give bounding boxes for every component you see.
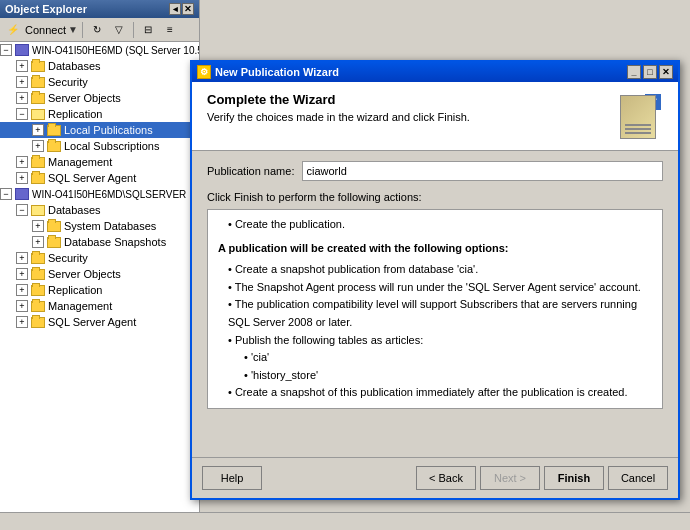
local-publications-label: Local Publications xyxy=(64,124,153,136)
server-label-2: WIN-O41I50HE6MD\SQLSERVER xyxy=(32,189,186,200)
folder-icon xyxy=(30,170,46,186)
expander[interactable]: + xyxy=(16,284,28,296)
sql-agent-node-2[interactable]: + SQL Server Agent xyxy=(0,314,199,330)
actions-list: Create the publication. xyxy=(218,216,652,234)
toolbar-sep xyxy=(82,22,83,38)
statusbar xyxy=(0,512,690,530)
expander[interactable]: + xyxy=(32,220,44,232)
expander[interactable]: + xyxy=(16,172,28,184)
databases-label-2: Databases xyxy=(48,204,101,216)
expander[interactable]: − xyxy=(0,188,12,200)
databases-node[interactable]: + Databases xyxy=(0,58,199,74)
folder-icon xyxy=(30,74,46,90)
expander[interactable]: − xyxy=(16,204,28,216)
folder-icon xyxy=(46,218,62,234)
server-node-2[interactable]: − WIN-O41I50HE6MD\SQLSERVER xyxy=(0,186,199,202)
expander[interactable]: + xyxy=(16,268,28,280)
wizard-header: Complete the Wizard Verify the choices m… xyxy=(192,82,678,151)
collapse-button[interactable]: ⊟ xyxy=(138,21,158,39)
wizard-dialog: ⚙ New Publication Wizard _ □ ✕ Complete … xyxy=(190,60,680,500)
maximize-button[interactable]: □ xyxy=(643,65,657,79)
wizard-body: Publication name: Click Finish to perfor… xyxy=(192,151,678,457)
actions-box: Create the publication. A publication wi… xyxy=(207,209,663,409)
object-explorer: Object Explorer ◂ ✕ ⚡ Connect ▼ ↻ ▽ ⊟ ≡ … xyxy=(0,0,200,530)
databases-node-2[interactable]: − Databases xyxy=(0,202,199,218)
server-node-1[interactable]: − WIN-O41I50HE6MD (SQL Server 10.50.1617… xyxy=(0,42,199,58)
expander[interactable]: + xyxy=(16,252,28,264)
databases-label: Databases xyxy=(48,60,101,72)
folder-open-icon xyxy=(30,106,46,122)
expander[interactable]: − xyxy=(0,44,12,56)
connect-button[interactable]: ⚡ xyxy=(3,21,23,39)
pub-name-row: Publication name: xyxy=(207,161,663,181)
actions-label: Click Finish to perform the following ac… xyxy=(207,191,663,203)
connect-dropdown[interactable]: ▼ xyxy=(68,24,78,35)
article-item-1: 'cia' xyxy=(244,349,652,367)
wizard-titlebar-btns: _ □ ✕ xyxy=(627,65,673,79)
expander[interactable]: + xyxy=(32,124,44,136)
oe-toolbar: ⚡ Connect ▼ ↻ ▽ ⊟ ≡ xyxy=(0,18,199,42)
replication-label-2: Replication xyxy=(48,284,102,296)
management-node-2[interactable]: + Management xyxy=(0,298,199,314)
titlebar-buttons: ◂ ✕ xyxy=(169,3,194,15)
local-subscriptions-label: Local Subscriptions xyxy=(64,140,159,152)
wizard-header-icon: ✓ xyxy=(613,92,663,142)
local-subscriptions-node[interactable]: + Local Subscriptions xyxy=(0,138,199,154)
summary-button[interactable]: ≡ xyxy=(160,21,180,39)
sql-agent-node-1[interactable]: + SQL Server Agent xyxy=(0,170,199,186)
server-objects-label: Server Objects xyxy=(48,92,121,104)
back-button[interactable]: < Back xyxy=(416,466,476,490)
expander[interactable]: + xyxy=(16,316,28,328)
system-databases-node[interactable]: + System Databases xyxy=(0,218,199,234)
refresh-button[interactable]: ↻ xyxy=(87,21,107,39)
management-label: Management xyxy=(48,156,112,168)
folder-icon xyxy=(30,266,46,282)
security-node-1[interactable]: + Security xyxy=(0,74,199,90)
db-snapshots-node[interactable]: + Database Snapshots xyxy=(0,234,199,250)
server-icon-2 xyxy=(14,186,30,202)
pub-name-input[interactable] xyxy=(302,161,663,181)
management-node-1[interactable]: + Management xyxy=(0,154,199,170)
folder-icon xyxy=(46,138,62,154)
expander[interactable]: + xyxy=(16,300,28,312)
pin-button[interactable]: ◂ xyxy=(169,3,181,15)
toolbar-sep2 xyxy=(133,22,134,38)
option-item-5: Create a snapshot of this publication im… xyxy=(228,384,652,402)
system-databases-label: System Databases xyxy=(64,220,156,232)
close-dialog-button[interactable]: ✕ xyxy=(659,65,673,79)
folder-icon xyxy=(30,90,46,106)
wizard-titlebar: ⚙ New Publication Wizard _ □ ✕ xyxy=(192,62,678,82)
finish-button[interactable]: Finish xyxy=(544,466,604,490)
minimize-button[interactable]: _ xyxy=(627,65,641,79)
server-objects-node-2[interactable]: + Server Objects xyxy=(0,266,199,282)
option-item-3: The publication compatibility level will… xyxy=(228,296,652,331)
next-button[interactable]: Next > xyxy=(480,466,540,490)
expander[interactable]: + xyxy=(16,156,28,168)
expander[interactable]: + xyxy=(16,60,28,72)
wizard-header-title: Complete the Wizard xyxy=(207,92,470,107)
folder-icon xyxy=(46,122,62,138)
expander[interactable]: − xyxy=(16,108,28,120)
expander[interactable]: + xyxy=(16,76,28,88)
replication-node-1[interactable]: − Replication xyxy=(0,106,199,122)
expander[interactable]: + xyxy=(32,140,44,152)
filter-button[interactable]: ▽ xyxy=(109,21,129,39)
expander[interactable]: + xyxy=(16,92,28,104)
action-item-1: Create the publication. xyxy=(228,216,652,234)
local-publications-node[interactable]: + Local Publications xyxy=(0,122,199,138)
object-explorer-title: Object Explorer xyxy=(5,3,87,15)
folder-icon xyxy=(30,298,46,314)
folder-icon xyxy=(30,58,46,74)
folder-icon xyxy=(46,234,62,250)
replication-node-2[interactable]: + Replication xyxy=(0,282,199,298)
server-objects-label-2: Server Objects xyxy=(48,268,121,280)
options-title: A publication will be created with the f… xyxy=(218,240,652,258)
server-objects-node-1[interactable]: + Server Objects xyxy=(0,90,199,106)
close-button[interactable]: ✕ xyxy=(182,3,194,15)
expander[interactable]: + xyxy=(32,236,44,248)
sql-agent-label-2: SQL Server Agent xyxy=(48,316,136,328)
help-button[interactable]: Help xyxy=(202,466,262,490)
wizard-content: Complete the Wizard Verify the choices m… xyxy=(192,82,678,498)
security-node-2[interactable]: + Security xyxy=(0,250,199,266)
cancel-button[interactable]: Cancel xyxy=(608,466,668,490)
